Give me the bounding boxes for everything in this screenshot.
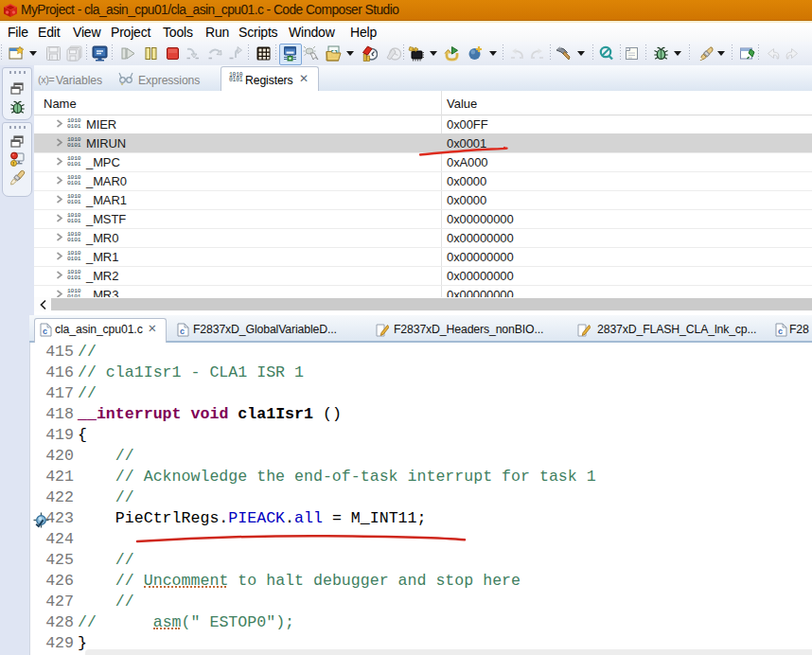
svg-text:!: !: [12, 161, 14, 167]
svg-text:c: c: [778, 327, 783, 336]
svg-text:c: c: [43, 327, 47, 336]
svg-text:c: c: [180, 327, 185, 336]
